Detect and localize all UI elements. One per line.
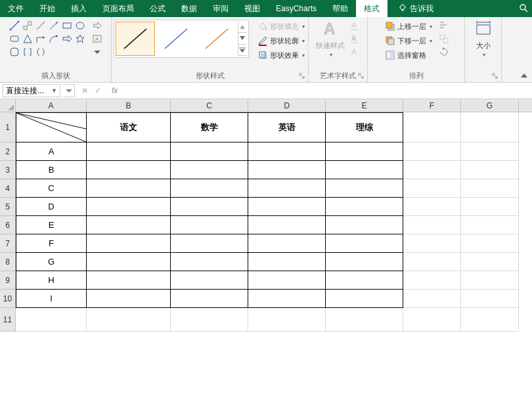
search-icon[interactable] (519, 3, 532, 14)
text-box-button[interactable]: A (91, 33, 103, 45)
cell-A5[interactable]: D (16, 198, 87, 216)
cell-D2[interactable] (248, 142, 326, 161)
cell-E10[interactable] (326, 290, 403, 308)
tab-review[interactable]: 审阅 (205, 0, 236, 17)
cell-B5[interactable] (87, 198, 171, 216)
cell-G8[interactable] (461, 253, 519, 271)
cell-D9[interactable] (248, 271, 326, 290)
cell-A10[interactable]: I (16, 290, 87, 308)
name-box-dropdown-icon[interactable]: ▼ (51, 87, 57, 94)
cell-E6[interactable] (326, 216, 403, 234)
cell-A11[interactable] (16, 308, 87, 332)
tell-me[interactable]: 告诉我 (390, 0, 441, 17)
cell-C6[interactable] (171, 216, 248, 234)
row-header-3[interactable]: 3 (0, 161, 16, 179)
name-box[interactable]: 直接连接... ▼ (3, 84, 60, 97)
dialog-launcher-wordart-icon[interactable] (357, 72, 365, 80)
cell-G5[interactable] (461, 198, 519, 216)
cell-B2[interactable] (87, 142, 171, 161)
name-box-expand[interactable] (63, 84, 75, 97)
cell-A4[interactable]: C (16, 179, 87, 198)
shapes-more-button[interactable] (91, 46, 103, 58)
cell-D3[interactable] (248, 161, 326, 179)
bring-forward-button[interactable]: 上移一层▾ (383, 20, 434, 33)
cell-G4[interactable] (461, 179, 519, 198)
row-header-2[interactable]: 2 (0, 142, 16, 161)
edit-shape-button[interactable] (91, 20, 103, 32)
cell-B8[interactable] (87, 253, 171, 271)
row-header-5[interactable]: 5 (0, 198, 16, 216)
row-header-8[interactable]: 8 (0, 253, 16, 271)
fx-label[interactable]: fx (112, 86, 118, 95)
col-header-B[interactable]: B (87, 99, 171, 112)
cell-F8[interactable] (403, 253, 461, 271)
cell-C3[interactable] (171, 161, 248, 179)
shape-outline-button[interactable]: 形状轮廓▾ (255, 34, 307, 47)
cell-C5[interactable] (171, 198, 248, 216)
cell-D7[interactable] (248, 234, 326, 253)
cell-G6[interactable] (461, 216, 519, 234)
cell-B3[interactable] (87, 161, 171, 179)
cell-E9[interactable] (326, 271, 403, 290)
tab-formulas[interactable]: 公式 (142, 0, 173, 17)
cell-E3[interactable] (326, 161, 403, 179)
send-backward-button[interactable]: 下移一层▾ (383, 34, 434, 47)
cell-D4[interactable] (248, 179, 326, 198)
col-header-A[interactable]: A (16, 99, 87, 112)
tab-format[interactable]: 格式 (356, 0, 388, 17)
size-button[interactable]: 大小 ▾ (469, 20, 497, 58)
cell-E1[interactable]: 理综 (326, 112, 403, 142)
cell-F9[interactable] (403, 271, 461, 290)
cell-D6[interactable] (248, 216, 326, 234)
cell-C2[interactable] (171, 142, 248, 161)
cell-B9[interactable] (87, 271, 171, 290)
tab-data[interactable]: 数据 (173, 0, 205, 17)
cell-F4[interactable] (403, 179, 461, 198)
cell-F5[interactable] (403, 198, 461, 216)
cell-G1[interactable] (461, 112, 519, 142)
cell-B11[interactable] (87, 308, 171, 332)
style-item-3[interactable] (197, 22, 236, 56)
row-header-10[interactable]: 10 (0, 290, 16, 308)
confirm-formula-icon[interactable]: ✓ (95, 86, 101, 95)
cell-G11[interactable] (461, 308, 519, 332)
cell-E7[interactable] (326, 234, 403, 253)
row-header-7[interactable]: 7 (0, 234, 16, 253)
cancel-formula-icon[interactable]: ✕ (81, 86, 88, 95)
selection-pane-button[interactable]: 选择窗格 (383, 49, 434, 62)
cell-C4[interactable] (171, 179, 248, 198)
shapes-gallery[interactable] (9, 20, 86, 58)
cell-A9[interactable]: H (16, 271, 87, 290)
cell-F2[interactable] (403, 142, 461, 161)
align-button[interactable] (438, 20, 450, 32)
dialog-launcher-size-icon[interactable] (491, 72, 499, 80)
style-item-2[interactable] (156, 22, 196, 56)
cell-D1[interactable]: 英语 (248, 112, 326, 142)
cell-C9[interactable] (171, 271, 248, 290)
shape-effects-button[interactable]: 形状效果▾ (255, 49, 307, 62)
tab-file[interactable]: 文件 (0, 0, 32, 17)
cell-D8[interactable] (248, 253, 326, 271)
select-all-button[interactable] (0, 99, 16, 112)
tab-view[interactable]: 视图 (236, 0, 268, 17)
style-gallery[interactable] (114, 20, 249, 58)
cell-B1[interactable]: 语文 (87, 112, 171, 142)
tab-page-layout[interactable]: 页面布局 (95, 0, 142, 17)
cell-F10[interactable] (403, 290, 461, 308)
cell-D11[interactable] (248, 308, 326, 332)
row-header-9[interactable]: 9 (0, 271, 16, 290)
tab-home[interactable]: 开始 (32, 0, 63, 17)
row-header-11[interactable]: 11 (0, 308, 16, 332)
cell-F3[interactable] (403, 161, 461, 179)
cell-A7[interactable]: F (16, 234, 87, 253)
cell-E8[interactable] (326, 253, 403, 271)
shape-fill-button[interactable]: 形状填充▾ (255, 20, 307, 33)
col-header-C[interactable]: C (171, 99, 248, 112)
style-item-1[interactable] (116, 22, 155, 56)
cell-C8[interactable] (171, 253, 248, 271)
col-header-G[interactable]: G (461, 99, 519, 112)
cell-E4[interactable] (326, 179, 403, 198)
cell-A1[interactable] (16, 112, 87, 142)
cell-C7[interactable] (171, 234, 248, 253)
cell-C11[interactable] (171, 308, 248, 332)
